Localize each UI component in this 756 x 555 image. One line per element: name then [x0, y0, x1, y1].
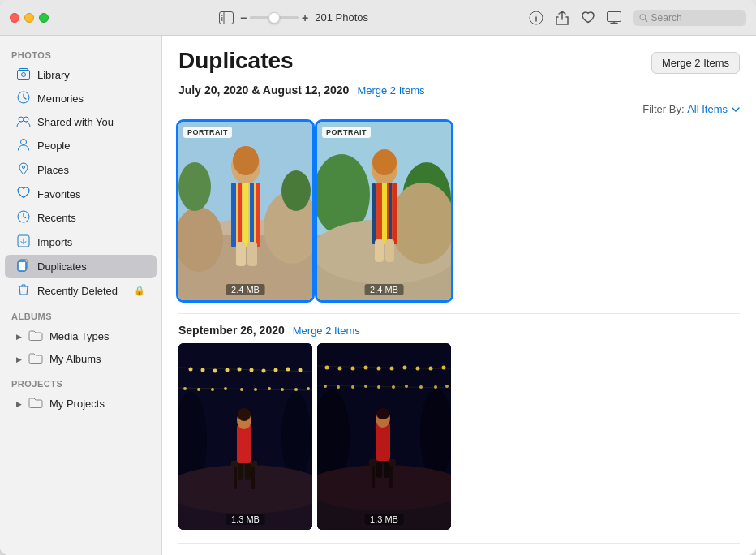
sidebar-item-memories[interactable]: Memories	[5, 87, 157, 110]
app-window: − + 201 Photos	[0, 0, 756, 555]
svg-point-115	[434, 385, 437, 389]
svg-point-75	[224, 387, 227, 390]
svg-point-66	[250, 368, 254, 372]
recently-deleted-icon	[16, 283, 31, 299]
sidebar-item-duplicates[interactable]: Duplicates	[5, 255, 157, 278]
search-input[interactable]	[651, 12, 740, 24]
library-icon	[16, 68, 31, 82]
share-button[interactable]	[555, 11, 569, 25]
svg-point-109	[351, 385, 354, 389]
svg-point-61	[189, 368, 193, 372]
places-icon	[16, 162, 31, 178]
content-header: Duplicates Merge 2 Items	[162, 36, 756, 74]
sidebar-item-recently-deleted[interactable]: Recently Deleted 🔒	[5, 279, 157, 303]
my-projects-folder-icon	[28, 397, 43, 411]
svg-line-12	[646, 19, 647, 21]
my-albums-folder-icon	[28, 352, 43, 366]
svg-point-112	[392, 385, 395, 389]
svg-point-74	[211, 388, 214, 391]
maximize-button[interactable]	[39, 13, 49, 23]
svg-point-69	[286, 368, 290, 372]
sidebar-item-my-projects[interactable]: ▶ My Projects	[5, 393, 157, 415]
my-albums-arrow-icon: ▶	[16, 355, 22, 364]
photo-badge-1: PORTRAIT	[183, 127, 232, 138]
svg-point-18	[24, 117, 28, 122]
filter-dropdown[interactable]: All Items	[687, 103, 740, 115]
sidebar: Photos Library M	[0, 36, 162, 555]
sidebar-item-imports[interactable]: Imports	[5, 230, 157, 254]
svg-point-110	[364, 385, 367, 388]
sidebar-item-places[interactable]: Places	[5, 158, 157, 182]
info-button[interactable]	[529, 11, 543, 25]
svg-point-20	[23, 166, 25, 169]
lock-icon: 🔒	[134, 286, 145, 296]
sidebar-item-people[interactable]: People	[5, 134, 157, 157]
shared-label: Shared with You	[37, 116, 145, 128]
favorite-button[interactable]	[581, 11, 595, 25]
imports-icon	[16, 234, 31, 250]
close-button[interactable]	[10, 13, 19, 23]
titlebar: − + 201 Photos	[0, 0, 756, 36]
zoom-out-button[interactable]: −	[240, 11, 247, 24]
svg-rect-56	[393, 183, 397, 244]
svg-rect-92	[238, 463, 243, 480]
sidebar-item-library[interactable]: Library	[5, 64, 157, 86]
duplicates-label: Duplicates	[37, 260, 145, 273]
zoom-control[interactable]: − +	[240, 11, 308, 24]
group-date-1: July 20, 2020 & August 12, 2020	[178, 84, 349, 97]
filter-label: Filter By:	[642, 103, 684, 115]
merge-items-link-2[interactable]: Merge 2 Items	[293, 325, 360, 337]
search-box[interactable]	[633, 10, 746, 26]
svg-point-91	[238, 408, 251, 421]
svg-rect-89	[237, 424, 251, 463]
svg-point-116	[445, 385, 449, 388]
zoom-slider[interactable]	[250, 16, 299, 19]
traffic-lights	[10, 13, 49, 23]
projects-section-label: Projects	[0, 371, 161, 392]
photo-card-2[interactable]: PORTRAIT 2.4 MB	[317, 122, 451, 300]
search-icon	[639, 13, 648, 23]
minimize-button[interactable]	[24, 13, 34, 23]
sidebar-item-media-types[interactable]: ▶ Media Types	[5, 325, 157, 347]
svg-point-19	[21, 140, 27, 145]
favorites-icon	[16, 187, 31, 201]
svg-rect-14	[19, 69, 28, 71]
svg-point-105	[442, 366, 446, 370]
svg-point-107	[324, 385, 327, 388]
photo-image-2	[317, 122, 451, 300]
svg-rect-39	[250, 183, 254, 247]
photo-card-3[interactable]: 1.3 MB	[178, 343, 312, 530]
svg-rect-121	[372, 463, 375, 488]
svg-point-78	[268, 387, 271, 390]
photo-card-1[interactable]: PORTRAIT 2.4 MB	[178, 122, 312, 300]
svg-rect-58	[385, 239, 394, 262]
zoom-in-button[interactable]: +	[302, 11, 308, 24]
sidebar-item-my-albums[interactable]: ▶ My Albums	[5, 348, 157, 370]
svg-point-34	[233, 146, 259, 175]
svg-point-77	[254, 388, 257, 391]
photo-image-1	[178, 122, 312, 300]
svg-point-32	[281, 170, 311, 211]
photos-grid-2: 1.3 MB	[162, 343, 756, 543]
filter-arrow-icon	[732, 107, 740, 112]
svg-point-68	[274, 368, 278, 372]
svg-rect-41	[236, 242, 246, 266]
favorites-label: Favorites	[37, 188, 145, 200]
svg-point-108	[337, 385, 340, 389]
media-types-folder-icon	[28, 329, 43, 343]
sidebar-item-favorites[interactable]: Favorites	[5, 183, 157, 205]
sidebar-item-shared[interactable]: Shared with You	[5, 111, 157, 133]
duplicates-icon	[16, 259, 31, 274]
svg-rect-8	[608, 11, 621, 21]
sidebar-item-recents[interactable]: Recents	[5, 206, 157, 230]
sidebar-toggle-button[interactable]	[219, 11, 234, 24]
people-label: People	[37, 140, 145, 152]
photo-card-4[interactable]: 1.3 MB	[317, 343, 451, 530]
svg-point-15	[22, 73, 26, 77]
slideshow-button[interactable]	[607, 11, 621, 24]
merge-all-button[interactable]: Merge 2 Items	[651, 52, 740, 74]
svg-point-79	[281, 388, 284, 391]
svg-point-81	[307, 387, 310, 390]
merge-items-link-1[interactable]: Merge 2 Items	[357, 84, 424, 97]
shared-icon	[16, 115, 31, 129]
